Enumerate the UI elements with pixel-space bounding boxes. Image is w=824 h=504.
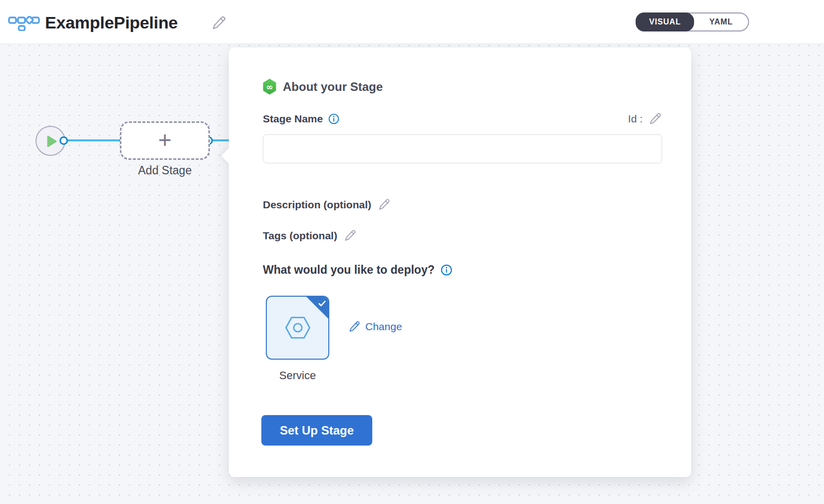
connector-port[interactable] bbox=[59, 136, 68, 145]
deploy-question: What would you like to deploy? bbox=[263, 263, 435, 277]
stage-name-row: Stage Name Id : bbox=[263, 110, 662, 127]
about-stage-panel: ∞ About your Stage Stage Name Id : bbox=[229, 47, 691, 477]
visual-yaml-toggle: VISUAL YAML bbox=[636, 12, 749, 31]
tags-label: Tags (optional) bbox=[263, 230, 337, 242]
panel-title: About your Stage bbox=[283, 80, 383, 94]
stage-name-input[interactable] bbox=[263, 134, 662, 163]
checkmark-icon bbox=[318, 299, 326, 308]
change-pencil-icon bbox=[349, 321, 361, 333]
play-icon bbox=[47, 135, 57, 149]
deploy-option-label: Service bbox=[266, 369, 329, 382]
pipeline-canvas[interactable]: + Add Stage ∞ About your Stage Stage Nam… bbox=[0, 44, 824, 504]
description-row: Description (optional) bbox=[263, 198, 391, 211]
edit-tags-pencil-icon[interactable] bbox=[344, 229, 357, 242]
deploy-option-card-service[interactable] bbox=[266, 296, 329, 360]
add-stage-node[interactable]: + bbox=[120, 121, 210, 160]
infinity-hexagon-icon: ∞ bbox=[263, 78, 276, 95]
svg-text:∞: ∞ bbox=[266, 82, 273, 92]
header-bar: ExamplePipeline VISUAL YAML bbox=[0, 0, 824, 44]
connector-edge bbox=[63, 139, 124, 141]
set-up-stage-button[interactable]: Set Up Stage bbox=[261, 415, 372, 446]
description-label: Description (optional) bbox=[263, 199, 371, 211]
panel-heading: ∞ About your Stage bbox=[263, 78, 383, 95]
change-deploy-type-link[interactable]: Change bbox=[349, 321, 402, 333]
tags-row: Tags (optional) bbox=[263, 229, 357, 242]
pipeline-icon bbox=[8, 16, 40, 33]
edit-pipeline-pencil-icon[interactable] bbox=[212, 15, 227, 32]
hexagon-nut-icon bbox=[284, 315, 312, 340]
stage-name-label: Stage Name bbox=[263, 113, 323, 125]
panel-caret bbox=[221, 148, 236, 163]
stage-id-label: Id : bbox=[628, 113, 643, 125]
plus-icon: + bbox=[158, 128, 172, 151]
toggle-yaml[interactable]: YAML bbox=[694, 13, 748, 30]
add-stage-label: Add Stage bbox=[120, 164, 210, 177]
deploy-question-row: What would you like to deploy? bbox=[263, 263, 452, 277]
edit-id-pencil-icon[interactable] bbox=[649, 112, 662, 125]
edit-description-pencil-icon[interactable] bbox=[378, 198, 391, 211]
toggle-visual[interactable]: VISUAL bbox=[636, 12, 694, 31]
info-icon[interactable] bbox=[328, 113, 339, 124]
page-title: ExamplePipeline bbox=[45, 13, 178, 32]
info-icon[interactable] bbox=[441, 264, 452, 276]
change-label: Change bbox=[365, 321, 402, 333]
